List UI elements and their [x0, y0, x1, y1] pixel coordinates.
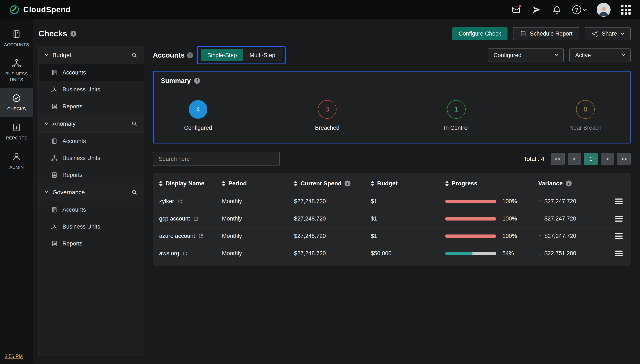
row-menu-icon[interactable]: [615, 236, 623, 236]
stat-near-breach[interactable]: 0 Near Breach: [566, 100, 604, 131]
account-link[interactable]: azure account: [159, 233, 195, 239]
rail-item-checks[interactable]: CHECKS: [0, 88, 33, 117]
account-link[interactable]: aws org: [159, 250, 179, 257]
account-link[interactable]: gcp account: [159, 216, 190, 222]
stat-breached[interactable]: 3 Breached: [308, 100, 346, 131]
progress-bar: [445, 252, 496, 255]
stat-configured[interactable]: 4 Configured: [179, 100, 217, 131]
info-icon[interactable]: [344, 180, 350, 186]
brand[interactable]: CloudSpend: [9, 5, 70, 15]
sort-icon[interactable]: [371, 181, 374, 186]
external-link-icon[interactable]: [177, 199, 183, 204]
rocket-icon[interactable]: [532, 5, 542, 14]
info-icon[interactable]: [194, 78, 200, 84]
sidebar-item-budget-business-units[interactable]: Business Units: [39, 81, 144, 98]
search-icon[interactable]: [131, 189, 138, 196]
help-icon[interactable]: [572, 5, 586, 14]
pagination-prev-button[interactable]: <: [568, 153, 581, 165]
person-icon: [12, 152, 22, 162]
ledger-icon: [12, 29, 22, 39]
cell-display-name: aws org: [159, 250, 222, 257]
col-header-period[interactable]: Period: [222, 180, 294, 187]
col-header-progress[interactable]: Progress: [445, 180, 538, 187]
row-menu-icon[interactable]: [615, 253, 623, 254]
col-header-current-spend[interactable]: Current Spend: [294, 180, 371, 187]
sidebar-group-governance[interactable]: Governance: [39, 184, 144, 201]
col-header-label: Budget: [377, 180, 398, 187]
info-icon[interactable]: [70, 31, 76, 36]
section-title-text: Accounts: [153, 51, 184, 59]
page-header: Checks Configure Check Schedule Report S…: [38, 27, 631, 40]
external-link-icon[interactable]: [198, 234, 204, 239]
brand-name: CloudSpend: [23, 5, 70, 14]
row-menu-icon[interactable]: [615, 218, 623, 219]
checks-sidebar: Budget Accounts Business Units Reports: [38, 46, 144, 356]
schedule-report-button[interactable]: Schedule Report: [513, 27, 579, 40]
row-menu-icon[interactable]: [615, 201, 623, 202]
cell-period: Monthly: [222, 216, 294, 222]
cell-actions: [606, 201, 624, 202]
account-link[interactable]: zylker: [159, 198, 174, 205]
cell-current-spend: $27,248.720: [294, 198, 371, 205]
configure-check-button[interactable]: Configure Check: [452, 27, 508, 40]
sort-icon[interactable]: [445, 181, 449, 186]
col-header-display-name[interactable]: Display Name: [159, 180, 222, 187]
active-select[interactable]: Active: [569, 48, 631, 62]
sidebar-item-anomaly-accounts[interactable]: Accounts: [39, 133, 144, 150]
pagination-first-button[interactable]: <<: [551, 153, 565, 165]
variance-up-icon: ↑: [538, 198, 542, 205]
body-row: Budget Accounts Business Units Reports: [38, 46, 631, 364]
list-controls: Total : 4 << < 1 > >>: [153, 152, 631, 166]
stat-in-control[interactable]: 1 In Control: [437, 100, 475, 131]
sidebar-item-anomaly-business-units[interactable]: Business Units: [39, 150, 144, 166]
bell-icon[interactable]: [552, 5, 562, 14]
table-row: zylker Monthly $27,248.720 $1 100% ↑ $27: [159, 192, 624, 210]
sidebar-item-governance-business-units[interactable]: Business Units: [39, 218, 144, 235]
rail-item-accounts[interactable]: ACCOUNTS: [0, 24, 33, 53]
info-icon[interactable]: [187, 52, 193, 58]
sort-icon[interactable]: [222, 181, 226, 186]
col-header-variance[interactable]: Variance: [538, 180, 606, 187]
col-header-budget[interactable]: Budget: [371, 180, 445, 187]
sort-icon[interactable]: [294, 181, 297, 186]
rail-item-reports[interactable]: REPORTS: [0, 117, 33, 146]
search-icon[interactable]: [131, 120, 138, 127]
sidebar-group-anomaly[interactable]: Anomaly: [39, 115, 144, 133]
sidebar-item-anomaly-reports[interactable]: Reports: [39, 166, 144, 184]
external-link-icon[interactable]: [193, 216, 198, 222]
info-icon[interactable]: [566, 180, 572, 186]
avatar[interactable]: [596, 3, 610, 17]
cell-budget: $1: [371, 233, 445, 239]
step-toggle: Single-Step Multi-Step: [201, 49, 282, 61]
table-header-row: Display Name Period Current Spend: [159, 174, 624, 192]
rail-item-business-units[interactable]: BUSINESS UNITS: [0, 53, 33, 88]
tab-multi-step[interactable]: Multi-Step: [243, 49, 282, 61]
share-button[interactable]: Share: [585, 27, 631, 40]
search-icon[interactable]: [131, 52, 138, 58]
clock-time[interactable]: 3:56 PM: [5, 354, 23, 359]
external-link-icon[interactable]: [182, 251, 188, 256]
table-row: azure account Monthly $27,248.720 $1 100…: [159, 227, 624, 245]
tab-single-step[interactable]: Single-Step: [201, 49, 243, 61]
sidebar-group-budget[interactable]: Budget: [39, 46, 144, 64]
sidebar-item-governance-reports[interactable]: Reports: [39, 235, 144, 252]
cell-budget: $1: [371, 216, 445, 222]
pagination-page-1-button[interactable]: 1: [584, 153, 598, 165]
total-count: Total : 4: [524, 156, 544, 162]
pagination-last-button[interactable]: >>: [617, 153, 631, 165]
search-input[interactable]: [153, 152, 280, 166]
sidebar-item-governance-accounts[interactable]: Accounts: [39, 201, 144, 218]
apps-grid-icon[interactable]: [621, 5, 631, 14]
sidebar-item-budget-accounts[interactable]: Accounts: [39, 64, 144, 81]
notification-dot: [518, 4, 522, 8]
configured-select[interactable]: Configured: [488, 48, 564, 62]
pagination-next-button[interactable]: >: [601, 153, 614, 165]
app-shell: ACCOUNTS BUSINESS UNITS CHECKS REPORTS A…: [0, 20, 640, 364]
feedback-icon[interactable]: [511, 5, 521, 14]
cell-period: Monthly: [222, 250, 294, 257]
rail-item-admin[interactable]: ADMIN: [0, 146, 33, 176]
content-area: Checks Configure Check Schedule Report S…: [33, 20, 640, 364]
sidebar-item-budget-reports[interactable]: Reports: [39, 98, 144, 115]
sort-icon[interactable]: [159, 181, 162, 186]
cell-variance: ↑ $27,247.720: [538, 198, 606, 205]
